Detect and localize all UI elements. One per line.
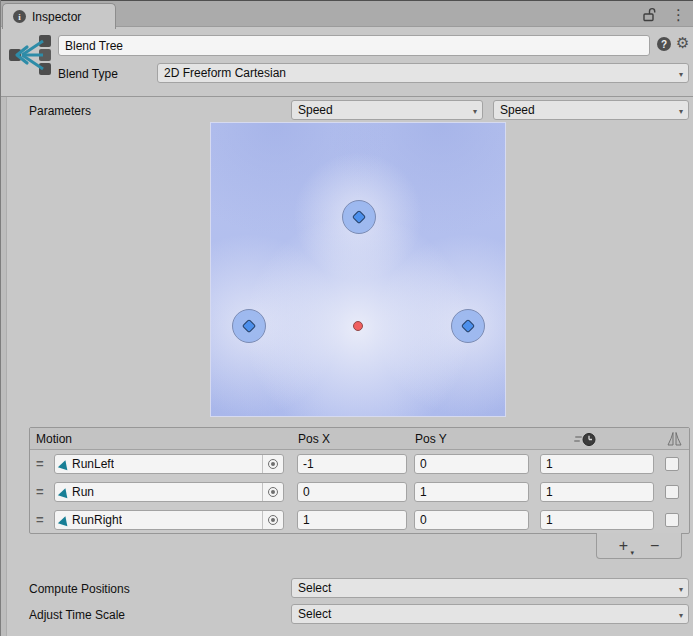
parameter-y-dropdown[interactable]: Speed ▾ [493,100,689,120]
motion-table: Motion Pos X Pos Y = [29,427,690,534]
help-icon[interactable]: ? [657,37,671,51]
mirror-checkbox[interactable] [665,457,679,471]
blendtree-name-input[interactable] [58,35,650,56]
speed-icon [574,432,598,450]
pos-y-input[interactable] [414,510,529,530]
animation-clip-icon [58,458,70,470]
motion-diamond-icon [461,319,475,333]
pos-y-input[interactable] [414,454,529,474]
tab-strip: i Inspector ⋮ [1,0,693,27]
column-header-motion: Motion [36,432,72,446]
parameter-x-dropdown[interactable]: Speed ▾ [291,100,483,120]
left-gutter [1,27,7,636]
remove-motion-button[interactable]: − [650,538,659,554]
speed-input[interactable] [540,482,654,502]
motion-name: RunRight [72,513,122,527]
kebab-menu-icon[interactable]: ⋮ [671,7,686,22]
add-motion-button[interactable]: +▾ [619,538,628,554]
motion-diamond-icon [352,210,366,224]
info-icon: i [13,10,26,23]
object-picker-icon[interactable] [262,483,283,501]
motion-row: = RunRight [30,506,689,534]
motion-point-runright[interactable] [451,309,485,343]
motion-row: = RunLeft [30,450,689,478]
parameter-y-value: Speed [500,103,535,117]
blend-tree-icon [9,35,53,78]
animation-clip-icon [58,486,70,498]
speed-input[interactable] [540,510,654,530]
drag-handle-icon[interactable]: = [36,512,44,527]
column-header-pos-y: Pos Y [415,432,447,446]
parameter-x-value: Speed [298,103,333,117]
motion-name: Run [72,485,94,499]
chevron-down-icon: ▾ [473,107,477,116]
pos-x-input[interactable] [297,454,407,474]
blend-type-label: Blend Type [58,67,118,81]
pos-x-input[interactable] [297,482,407,502]
column-header-pos-x: Pos X [298,432,330,446]
chevron-down-icon: ▾ [679,70,683,79]
tab-inspector[interactable]: i Inspector [2,3,116,29]
motion-point-run[interactable] [342,200,376,234]
mirror-checkbox[interactable] [665,485,679,499]
speed-input[interactable] [540,454,654,474]
compute-positions-dropdown[interactable]: Select ▾ [291,578,689,598]
blend-space-graph[interactable] [210,122,506,417]
gear-icon[interactable]: ⚙ [676,35,689,50]
tab-label: Inspector [32,10,81,24]
motion-object-field[interactable]: RunRight [54,510,284,530]
adjust-time-scale-label: Adjust Time Scale [29,608,125,622]
motion-name: RunLeft [72,457,114,471]
pos-x-input[interactable] [297,510,407,530]
blend-type-dropdown[interactable]: 2D Freeform Cartesian ▾ [157,63,689,83]
adjust-time-scale-value: Select [298,607,331,621]
parameters-label: Parameters [29,104,91,118]
inspector-window: i Inspector ⋮ [0,0,693,636]
drag-handle-icon[interactable]: = [36,484,44,499]
object-picker-icon[interactable] [262,455,283,473]
motion-row: = Run [30,478,689,506]
chevron-down-icon: ▾ [630,549,634,556]
chevron-down-icon: ▾ [679,611,683,620]
blend-sample-dot[interactable] [353,321,363,331]
pos-y-input[interactable] [414,482,529,502]
motion-list-footer: +▾ − [596,533,682,559]
motion-diamond-icon [242,319,256,333]
motion-object-field[interactable]: RunLeft [54,454,284,474]
chevron-down-icon: ▾ [679,585,683,594]
motion-point-runleft[interactable] [232,309,266,343]
compute-positions-value: Select [298,581,331,595]
motion-object-field[interactable]: Run [54,482,284,502]
mirror-checkbox[interactable] [665,513,679,527]
object-picker-icon[interactable] [262,511,283,529]
compute-positions-label: Compute Positions [29,582,130,596]
drag-handle-icon[interactable]: = [36,456,44,471]
animation-clip-icon [58,514,70,526]
mirror-icon [667,431,682,450]
chevron-down-icon: ▾ [679,107,683,116]
motion-table-header: Motion Pos X Pos Y [30,428,689,450]
adjust-time-scale-dropdown[interactable]: Select ▾ [291,604,689,624]
blend-type-value: 2D Freeform Cartesian [164,66,286,80]
blendtree-header: ? ⚙ Blend Type 2D Freeform Cartesian ▾ [1,27,693,97]
unlock-icon[interactable] [642,7,657,22]
